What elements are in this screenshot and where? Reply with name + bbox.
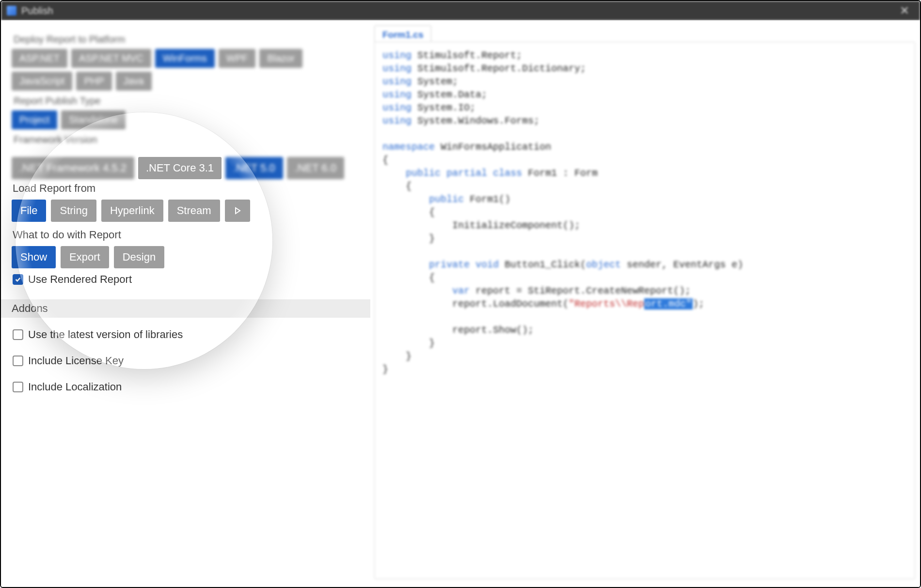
type-standalone[interactable]: Standalone (61, 110, 126, 129)
use-rendered-checkbox[interactable] (13, 274, 23, 285)
app-icon (7, 6, 16, 15)
action-show[interactable]: Show (12, 246, 56, 268)
platform-aspnet[interactable]: ASP.NET (12, 49, 67, 68)
load-hyperlink[interactable]: Hyperlink (101, 200, 163, 222)
load-play[interactable] (225, 200, 250, 222)
framework-label: Framework Version (14, 134, 359, 145)
deploy-label: Deploy Report to Platform (14, 34, 359, 45)
load-label: Load Report from (13, 182, 360, 195)
platform-winforms[interactable]: WinForms (155, 49, 215, 68)
addon-latest-label: Use the latest version of libraries (28, 328, 183, 341)
code-pane: Form1.cs using Stimulsoft.Report; using … (369, 20, 920, 587)
type-project[interactable]: Project (12, 110, 57, 129)
addon-license-label: Include License Key (28, 355, 124, 367)
use-rendered-label: Use Rendered Report (28, 273, 132, 286)
addon-localization-label: Include Localization (28, 381, 122, 393)
platform-java[interactable]: Java (116, 72, 152, 91)
code-editor[interactable]: using Stimulsoft.Report; using Stimulsof… (374, 42, 915, 579)
titlebar: Publish ✕ (1, 1, 920, 20)
publish-dialog: Publish ✕ Deploy Report to Platform ASP.… (0, 0, 921, 588)
load-file[interactable]: File (12, 200, 46, 222)
type-label: Report Publish Type (14, 95, 359, 107)
addon-localization-checkbox[interactable] (13, 382, 23, 392)
platform-js[interactable]: JavaScript (12, 72, 72, 91)
load-stream[interactable]: Stream (168, 200, 220, 222)
options-pane: Deploy Report to Platform ASP.NET ASP.NE… (1, 20, 369, 587)
action-export[interactable]: Export (61, 246, 109, 268)
platform-blazor[interactable]: Blazor (259, 49, 302, 68)
platform-wpf[interactable]: WPF (219, 49, 255, 68)
action-design[interactable]: Design (114, 246, 164, 268)
addon-license-checkbox[interactable] (13, 356, 23, 366)
close-icon[interactable]: ✕ (895, 3, 914, 18)
load-string[interactable]: String (51, 200, 96, 222)
addon-latest-checkbox[interactable] (13, 329, 23, 340)
addons-header: Addons (1, 299, 370, 318)
platform-aspnetmvc[interactable]: ASP.NET MVC (71, 49, 151, 68)
action-label: What to do with Report (13, 229, 360, 241)
window-title: Publish (21, 5, 53, 16)
platform-php[interactable]: PHP (76, 72, 111, 91)
